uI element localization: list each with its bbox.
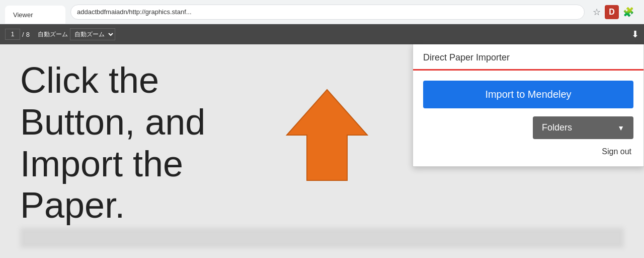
tab-label: Viewer	[13, 11, 33, 19]
pdf-viewer-toolbar: / 8 自動ズーム 自動ズーム 100% 150% ⬇	[0, 24, 644, 44]
popup-title: Direct Paper Importer	[423, 52, 510, 62]
pdf-main-text: Click the Button, and Import the Paper.	[20, 59, 205, 226]
arrow-container	[282, 85, 372, 187]
bookmark-icon[interactable]: ☆	[593, 7, 601, 18]
pdf-text-content: Click the Button, and Import the Paper.	[20, 59, 205, 226]
folders-button-label: Folders	[542, 122, 572, 133]
pdf-page-info: / 8	[5, 29, 30, 40]
import-to-mendeley-button[interactable]: Import to Mendeley	[423, 81, 633, 108]
main-content: Click the Button, and Import the Paper. …	[0, 44, 644, 258]
text-line2: Button, and	[20, 102, 205, 142]
text-line4: Paper.	[20, 185, 125, 225]
mendeley-extension-icon[interactable]: D	[605, 5, 619, 19]
tab-area: Viewer	[5, 0, 65, 24]
popup-header: Direct Paper Importer	[413, 44, 643, 71]
zoom-select[interactable]: 自動ズーム 100% 150%	[70, 28, 115, 40]
text-line1: Click the	[20, 60, 159, 100]
direct-paper-importer-popup: Direct Paper Importer Import to Mendeley…	[413, 44, 644, 167]
pdf-zoom-area: 自動ズーム 自動ズーム 100% 150%	[38, 28, 115, 40]
address-bar-area: addactbdfmaiadn/http://graphics.stanf...…	[70, 5, 634, 20]
download-icon[interactable]: ⬇	[631, 29, 639, 40]
text-line3: Import the	[20, 144, 183, 184]
blurred-background-text	[20, 228, 624, 248]
svg-marker-0	[287, 90, 367, 180]
pdf-toolbar-right: ⬇	[631, 29, 639, 40]
sign-out-link[interactable]: Sign out	[423, 147, 633, 156]
page-total: 8	[26, 31, 30, 38]
pointing-arrow-icon	[282, 85, 372, 185]
folders-button[interactable]: Folders ▼	[533, 116, 633, 139]
browser-chrome-bar: Viewer addactbdfmaiadn/http://graphics.s…	[0, 0, 644, 24]
address-bar[interactable]: addactbdfmaiadn/http://graphics.stanf...	[70, 5, 585, 20]
zoom-label: 自動ズーム	[38, 30, 68, 39]
popup-body: Import to Mendeley Folders ▼ Sign out	[413, 71, 643, 166]
page-number-input[interactable]	[5, 29, 20, 40]
extensions-icon[interactable]: 🧩	[623, 7, 634, 18]
dropdown-arrow-icon: ▼	[617, 124, 624, 132]
address-text: addactbdfmaiadn/http://graphics.stanf...	[77, 8, 192, 16]
browser-tab[interactable]: Viewer	[5, 6, 65, 24]
page-separator: /	[22, 31, 24, 38]
